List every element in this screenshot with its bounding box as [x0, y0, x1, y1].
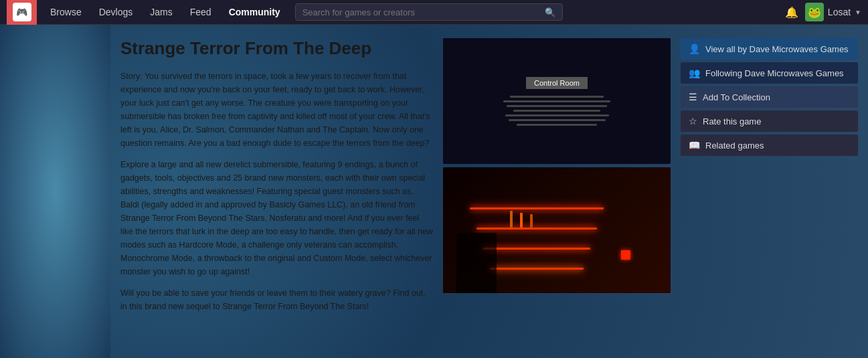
red-scene	[443, 167, 671, 293]
rate-label: Rate this game	[703, 116, 761, 126]
person-icon: 👤	[689, 43, 700, 54]
game-desc-paragraph-3: Will you be able to save your friends or…	[120, 286, 433, 313]
following-icon: 👥	[689, 68, 700, 78]
cr-line-2	[503, 100, 610, 102]
search-input[interactable]	[302, 7, 539, 17]
nav-browse[interactable]: Browse	[42, 1, 90, 23]
itch-logo-icon: 🎮	[13, 3, 31, 21]
screenshots-area: Control Room	[443, 38, 671, 345]
right-sidebar: 👤 View all by Dave Microwaves Games 👥 Fo…	[681, 38, 858, 345]
nav-jams[interactable]: Jams	[142, 1, 180, 23]
red-line-4	[490, 268, 584, 270]
search-bar[interactable]: 🔍	[295, 3, 563, 21]
screenshot-1[interactable]: Control Room	[443, 38, 671, 164]
screenshot-2[interactable]	[443, 167, 671, 293]
collection-icon: ☰	[689, 92, 697, 102]
username-label: Losat	[828, 7, 851, 17]
game-title: Strange Terror From The Deep	[120, 38, 433, 59]
vert-line-3	[530, 214, 533, 228]
view-all-label: View all by Dave Microwaves Games	[705, 44, 849, 54]
vert-line-2	[520, 213, 523, 228]
game-description-panel: Strange Terror From The Deep Story: You …	[120, 38, 433, 345]
star-icon: ☆	[689, 116, 697, 126]
search-icon: 🔍	[545, 7, 555, 17]
following-label: Following Dave Microwaves Games	[705, 68, 844, 78]
game-desc-paragraph-2: Explore a large and all new derelict sub…	[120, 158, 433, 278]
nav-community[interactable]: Community	[221, 1, 288, 23]
cr-line-6	[509, 119, 606, 121]
logo-area[interactable]: 🎮	[7, 0, 37, 25]
red-line-3	[483, 248, 590, 250]
nav-links: Browse Devlogs Jams Feed Community	[42, 1, 288, 23]
user-menu[interactable]: 🐸 Losat ▼	[805, 3, 861, 21]
nav-devlogs[interactable]: Devlogs	[91, 1, 141, 23]
related-games-button[interactable]: 📖 Related games	[681, 135, 858, 156]
book-icon: 📖	[689, 140, 700, 151]
content-area: Strange Terror From The Deep Story: You …	[110, 25, 868, 358]
add-to-collection-button[interactable]: ☰ Add To Collection	[681, 86, 858, 108]
view-all-button[interactable]: 👤 View all by Dave Microwaves Games	[681, 38, 858, 60]
header-right: 🔔 🐸 Losat ▼	[785, 3, 861, 21]
rate-game-button[interactable]: ☆ Rate this game	[681, 110, 858, 132]
user-avatar: 🐸	[805, 3, 824, 21]
control-room-label: Control Room	[526, 77, 588, 89]
red-line-1	[470, 207, 604, 209]
dark-figure	[456, 233, 497, 293]
chevron-down-icon: ▼	[855, 9, 861, 16]
vert-line-1	[510, 211, 513, 228]
cr-line-3	[507, 105, 607, 107]
left-sidebar	[0, 25, 110, 358]
header: 🎮 Browse Devlogs Jams Feed Community 🔍 🔔…	[0, 0, 868, 25]
control-room-scene: Control Room	[443, 38, 671, 164]
cr-line-5	[505, 114, 609, 116]
notification-bell-icon[interactable]: 🔔	[785, 6, 798, 19]
cr-line-7	[517, 124, 597, 126]
cr-line-1	[510, 96, 604, 98]
game-desc-paragraph-1: Story: You survived the terrors in space…	[120, 70, 433, 150]
add-collection-label: Add To Collection	[703, 92, 770, 102]
following-button[interactable]: 👥 Following Dave Microwaves Games	[681, 62, 858, 84]
cr-lines	[503, 96, 610, 126]
related-label: Related games	[705, 141, 764, 151]
red-line-2	[476, 228, 597, 230]
bright-square	[621, 250, 630, 260]
cr-line-4	[513, 110, 600, 112]
nav-feed[interactable]: Feed	[182, 1, 220, 23]
main-container: Strange Terror From The Deep Story: You …	[0, 25, 868, 358]
